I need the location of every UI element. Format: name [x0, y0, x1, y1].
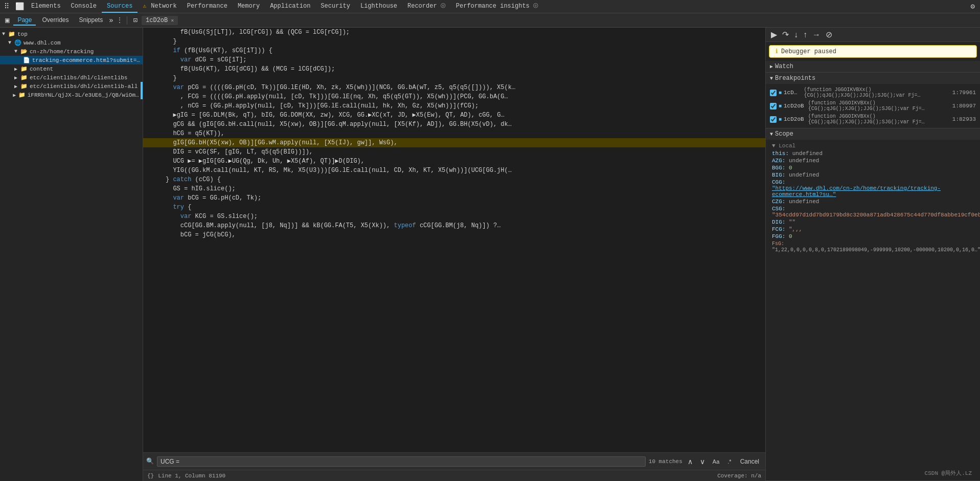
code-line: var bCG = GG.pH(cD, Tk); [143, 193, 765, 203]
tab-console[interactable]: Console [66, 1, 102, 13]
debugger-paused-banner: ℹ Debugger paused [769, 45, 977, 58]
code-content: fB(UsG(Sj[LT]), lCG[rCG]) && (QCG = lCG[… [143, 28, 765, 239]
step-into-button[interactable]: ↓ [793, 29, 799, 40]
breakpoints-content: ■ 1cD2oB (function JGGOIKVBXx(){CG();qJG… [766, 84, 980, 128]
scope-this: this: undefined [770, 150, 976, 157]
code-line: ▶gIG = [GG.DLM(Bk, qT), bIG, GG.DOM(XX, … [143, 111, 765, 120]
step-button[interactable]: → [811, 29, 822, 40]
more-tabs-icon[interactable]: » [109, 16, 113, 25]
format-icon[interactable]: {} [147, 473, 154, 479]
scope-local-header[interactable]: ▼ Local [770, 142, 976, 150]
tab-memory[interactable]: Memory [233, 1, 265, 13]
folder-icon-6: 📁 [18, 92, 26, 98]
code-line: UCG ▶= ▶gIG[GG.▶UG(Qg, Dk, Uh, ▶X5(Af), … [143, 157, 765, 166]
sidebar-item-content[interactable]: ▶ 📁 content [0, 64, 143, 73]
breakpoint-checkbox-1[interactable] [770, 103, 777, 110]
search-input[interactable] [157, 456, 646, 467]
coverage-info: Coverage: n/a [717, 473, 761, 479]
sidebar-bar-indicator-2 [141, 91, 143, 99]
scope-section-header[interactable]: ▼ Scope [766, 128, 980, 140]
split-editor-icon[interactable]: ⊡ [131, 15, 140, 26]
scope-fsg: FsG: "1,22,0,0,0,0,8,0,1702189098049,-99… [770, 240, 976, 253]
sidebar-item-clientlib-all[interactable]: ▶ 📁 etc/clientlibs/dhl/clientlib-all [0, 82, 143, 91]
code-line: var KCG = GS.slice(); [143, 212, 765, 221]
tab-perf-insights[interactable]: Performance insights ⦾ [451, 1, 543, 13]
breakpoints-section-header[interactable]: ▼ Breakpoints [766, 73, 980, 84]
bp-file-icon-2: ■ [779, 117, 782, 122]
tab-application[interactable]: Application [265, 1, 315, 13]
devtools-icons: ⠿ ⬜ [2, 2, 26, 11]
folder-icon-3: 📁 [20, 65, 28, 72]
breakpoint-checkbox-0[interactable] [770, 90, 777, 96]
tree-arrow-content: ▶ [14, 66, 20, 72]
scope-label: Scope [775, 130, 793, 138]
code-scroll[interactable]: fB(UsG(Sj[LT]), lCG[rCG]) && (QCG = lCG[… [143, 28, 765, 452]
scope-cgg: CGG: "https://www.dhl.com/cn-zh/home/tra… [770, 179, 976, 198]
scope-content: ▼ Local this: undefined AZG: undefined B… [766, 140, 980, 480]
sidebar-item-top[interactable]: ▼ 📁 top [0, 30, 143, 38]
status-bar: {} Line 1, Column 81190 Coverage: n/a [143, 470, 765, 481]
settings-gear-icon[interactable]: ⚙ [968, 2, 978, 11]
bp-fn-1: (function JGGOIKVBXx(){CG();qJG();XJG();… [808, 100, 950, 112]
code-line: try { [143, 203, 765, 212]
resume-button[interactable]: ▶ [770, 29, 778, 40]
tab-recorder[interactable]: Recorder ⦾ [402, 1, 451, 13]
tab-snippets[interactable]: Snippets [75, 15, 107, 26]
folder-icon: 📁 [8, 31, 15, 37]
tree-arrow-top: ▼ [2, 31, 8, 37]
tree-arrow-ifrrbynl: ▶ [13, 92, 18, 98]
breakpoints-section: ▼ Breakpoints ■ 1cD2oB (function JGGOIKV… [766, 73, 980, 128]
dock-icon[interactable]: ⠿ [2, 2, 11, 11]
sidebar-tree: ▼ 📁 top ▼ 🌐 www.dhl.com ▼ 📂 cn-zh/home/t… [0, 28, 143, 481]
tab-elements[interactable]: Elements [26, 1, 66, 13]
step-over-button[interactable]: ↷ [781, 29, 790, 40]
toolbar-divider [127, 16, 127, 25]
code-line: var dCG = sCG[1T]; [143, 55, 765, 64]
sidebar-item-clientlibs[interactable]: ▶ 📁 etc/clientlibs/dhl/clientlibs [0, 73, 143, 82]
step-out-button[interactable]: ↑ [802, 29, 808, 40]
scope-fgg: FGG: 0 [770, 233, 976, 240]
debugger-paused-text: Debugger paused [781, 48, 836, 55]
top-toolbar: ⠿ ⬜ Elements Console Sources ⚠ Network P… [0, 0, 980, 13]
code-line: if (fB(UsG(KT), sCG[1T])) { [143, 46, 765, 55]
code-line: , nCG = (GG.pH.apply(null, [cD, Tk]))[GG… [143, 101, 765, 111]
folder-icon-2: 📂 [20, 48, 28, 55]
watch-section-header[interactable]: ▶ Watch [766, 61, 980, 72]
scope-fcg: FCG: ",,, [770, 226, 976, 233]
sidebar-item-tracking-file[interactable]: ▶ 📄 tracking-ecommerce.html?submit=1&tra… [0, 56, 143, 64]
code-line: YIG((GG.kM.call(null, KT, RS, Mk, X5(U3)… [143, 166, 765, 175]
code-line: cCG[GG.BM.apply(null, [j8, Nq])] && kB(G… [143, 221, 765, 230]
match-case-button[interactable]: Aa [710, 457, 722, 466]
tab-lighthouse[interactable]: Lighthouse [355, 1, 402, 13]
breakpoints-arrow-icon: ▼ [770, 76, 773, 81]
sidebar-item-ifrrbynl[interactable]: ▶ 📁 iFRRbYNL/qjJX-3L/e3UE6_j/QB/wiOmhNcD… [0, 91, 143, 99]
close-file-tab-icon[interactable]: ✕ [171, 17, 174, 24]
tab-sources[interactable]: Sources [102, 1, 138, 13]
sidebar-item-dhl[interactable]: ▼ 🌐 www.dhl.com [0, 38, 143, 47]
tab-page[interactable]: Page [13, 15, 36, 26]
tab-network[interactable]: ⚠ Network [138, 1, 181, 13]
cancel-search-button[interactable]: Cancel [737, 457, 762, 466]
deactivate-breakpoints-button[interactable]: ⊘ [825, 29, 833, 40]
more-options-icon[interactable]: ⋮ [117, 16, 123, 24]
scope-azg: AZG: undefined [770, 157, 976, 164]
code-line: } [143, 37, 765, 46]
prev-match-button[interactable]: ∧ [686, 456, 695, 467]
code-line: gCG && (gIG[GG.bH.call(null, X5(xw), OB)… [143, 120, 765, 129]
code-line: bCG = jCG(bCG), [143, 230, 765, 239]
panel-layout-icon[interactable]: ▣ [3, 15, 11, 26]
warn-icon: ⚠ [143, 3, 146, 9]
main-layout: ▼ 📁 top ▼ 🌐 www.dhl.com ▼ 📂 cn-zh/home/t… [0, 28, 980, 481]
mobile-icon[interactable]: ⬜ [13, 2, 26, 11]
scope-bgg: BGG: 0 [770, 164, 976, 171]
breakpoint-checkbox-2[interactable] [770, 116, 777, 123]
tab-performance[interactable]: Performance [182, 1, 233, 13]
pause-icon: ℹ [776, 48, 778, 55]
tab-security[interactable]: Security [315, 1, 355, 13]
sidebar-item-tracking-folder[interactable]: ▼ 📂 cn-zh/home/tracking [0, 47, 143, 56]
sidebar-bar-indicator [141, 82, 143, 91]
regex-button[interactable]: .* [725, 457, 734, 466]
tab-overrides[interactable]: Overrides [38, 15, 73, 26]
next-match-button[interactable]: ∨ [698, 456, 707, 467]
file-tab-1cd2ob[interactable]: 1cD2oB ✕ [142, 16, 178, 25]
